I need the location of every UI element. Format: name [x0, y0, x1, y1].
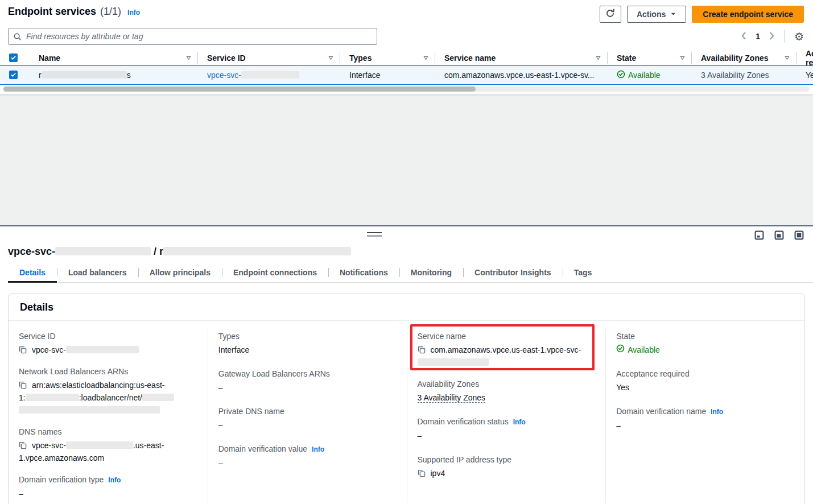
- field-nlb-arns: Network Load Balancers ARNs arn:aws:elas…: [19, 366, 197, 416]
- split-panel: vpce-svc- / r Details Load balancers All…: [0, 225, 813, 504]
- field-dns-names: DNS names vpce-svc-.us-east- 1.vpce.amaz…: [19, 426, 197, 464]
- split-panel-controls: [754, 230, 804, 240]
- service-id-link[interactable]: vpce-svc-: [207, 71, 299, 80]
- details-column-3: Service name com.amazonaws.vpce.us-east-…: [407, 329, 606, 503]
- field-glb-arns: Gateway Load Balancers ARNs –: [218, 368, 397, 394]
- info-link[interactable]: Info: [711, 408, 723, 416]
- sort-icon[interactable]: [595, 53, 601, 63]
- column-header-acceptance-required[interactable]: Acceptance required: [797, 52, 813, 64]
- table-header-row: Name Service ID Types Service name State…: [0, 50, 813, 65]
- column-header-service-id[interactable]: Service ID: [198, 52, 340, 64]
- current-page: 1: [756, 32, 760, 41]
- availability-zones-popover-link[interactable]: 3 Availability Zones: [701, 71, 769, 80]
- info-link[interactable]: Info: [108, 476, 121, 484]
- actions-label: Actions: [637, 10, 666, 19]
- cell-availability-zones: 3 Availability Zones: [692, 71, 797, 80]
- cell-acceptance-required: Yes: [797, 71, 813, 80]
- redacted-text: [418, 358, 489, 366]
- redacted-text: [66, 346, 139, 353]
- panel-size-medium-button[interactable]: [774, 230, 784, 240]
- check-circle-icon: [616, 344, 625, 356]
- create-endpoint-service-button[interactable]: Create endpoint service: [692, 6, 804, 23]
- column-header-types[interactable]: Types: [340, 52, 435, 64]
- redacted-text: [19, 406, 160, 414]
- split-panel-title: vpce-svc- / r: [8, 246, 813, 258]
- copy-icon[interactable]: [19, 381, 27, 389]
- redacted-text: [26, 394, 79, 401]
- sort-icon[interactable]: [784, 53, 790, 63]
- chevron-left-icon: [741, 32, 746, 42]
- field-types: Types Interface: [218, 331, 397, 356]
- details-column-4: State Available Acceptance required Yes …: [605, 329, 804, 503]
- page-background: [0, 94, 813, 225]
- search-input[interactable]: [8, 28, 377, 45]
- actions-button[interactable]: Actions: [627, 6, 686, 23]
- redacted-text: [55, 247, 151, 255]
- info-link[interactable]: Info: [312, 445, 324, 453]
- split-panel-drag-handle[interactable]: [367, 232, 382, 237]
- sort-icon[interactable]: [423, 53, 429, 63]
- tab-notifications[interactable]: Notifications: [328, 265, 399, 282]
- table-row[interactable]: rs vpce-svc- Interface com.amazonaws.vpc…: [0, 65, 813, 85]
- endpoint-services-card: Endpoint services (1/1) Info Actions Cre…: [0, 0, 813, 94]
- copy-icon[interactable]: [19, 441, 27, 449]
- details-column-2: Types Interface Gateway Load Balancers A…: [208, 329, 407, 503]
- redacted-text: [142, 394, 174, 401]
- copy-icon[interactable]: [418, 469, 426, 477]
- tab-monitoring[interactable]: Monitoring: [399, 265, 463, 282]
- redacted-text: [241, 71, 299, 79]
- tab-endpoint-connections[interactable]: Endpoint connections: [222, 265, 328, 282]
- field-state: State Available: [616, 331, 794, 356]
- tab-details[interactable]: Details: [8, 265, 57, 282]
- column-header-availability-zones[interactable]: Availability Zones: [692, 52, 797, 64]
- cell-name: rs: [30, 71, 198, 80]
- page-header: Endpoint services (1/1) Info Actions Cre…: [0, 0, 813, 24]
- copy-icon[interactable]: [19, 346, 27, 354]
- column-header-name[interactable]: Name: [30, 52, 198, 64]
- cell-service-id: vpce-svc-: [198, 71, 340, 80]
- cell-state: Available: [608, 70, 692, 80]
- sort-icon[interactable]: [185, 53, 192, 63]
- column-header-service-name[interactable]: Service name: [435, 52, 608, 64]
- copy-icon[interactable]: [418, 346, 426, 354]
- field-acceptance-required: Acceptance required Yes: [616, 368, 794, 394]
- panel-size-large-button[interactable]: [794, 230, 804, 240]
- title-info-link[interactable]: Info: [127, 9, 140, 16]
- info-link[interactable]: Info: [513, 418, 526, 426]
- tab-tags[interactable]: Tags: [563, 265, 604, 282]
- pagination: 1 ⚙: [740, 30, 804, 43]
- state-badge: Available: [628, 344, 660, 356]
- details-column-1: Service ID vpce-svc- Network Load Balanc…: [9, 329, 208, 503]
- field-service-name: Service name com.amazonaws.vpce.us-east-…: [418, 331, 596, 369]
- field-domain-verification-value: Domain verification value Info –: [218, 443, 397, 469]
- column-header-state[interactable]: State: [608, 52, 692, 64]
- previous-page-button[interactable]: [740, 31, 748, 43]
- select-all-checkbox[interactable]: [9, 53, 18, 62]
- tab-load-balancers[interactable]: Load balancers: [57, 265, 138, 282]
- redacted-text: [163, 247, 351, 255]
- row-checkbox[interactable]: [9, 71, 18, 79]
- sort-icon[interactable]: [328, 53, 334, 63]
- refresh-button[interactable]: [600, 6, 621, 23]
- next-page-button[interactable]: [768, 31, 775, 43]
- cell-types: Interface: [340, 71, 435, 80]
- tab-contributor-insights[interactable]: Contributor Insights: [463, 265, 563, 282]
- panel-size-small-button[interactable]: [754, 230, 764, 240]
- check-circle-icon: [617, 70, 625, 80]
- redacted-text: [66, 441, 133, 449]
- tab-allow-principals[interactable]: Allow principals: [138, 265, 222, 282]
- field-supported-ip-address-type: Supported IP address type ipv4: [418, 454, 596, 480]
- field-availability-zones: Availability Zones 3 Availability Zones: [418, 378, 596, 404]
- horizontal-scrollbar-thumb[interactable]: [3, 86, 476, 92]
- caret-down-icon: [670, 10, 676, 19]
- refresh-icon: [605, 9, 615, 20]
- details-container: Details Service ID vpce-svc- Network Loa…: [8, 294, 805, 504]
- field-service-id: Service ID vpce-svc-: [19, 331, 197, 356]
- table-tools: 1 ⚙: [0, 24, 813, 46]
- chevron-right-icon: [769, 32, 774, 42]
- table-preferences-gear-icon[interactable]: ⚙: [794, 31, 804, 42]
- availability-zones-popover-link[interactable]: 3 Availability Zones: [418, 393, 486, 403]
- field-private-dns-name: Private DNS name –: [218, 406, 397, 431]
- details-heading: Details: [20, 301, 793, 313]
- sort-icon[interactable]: [679, 53, 686, 63]
